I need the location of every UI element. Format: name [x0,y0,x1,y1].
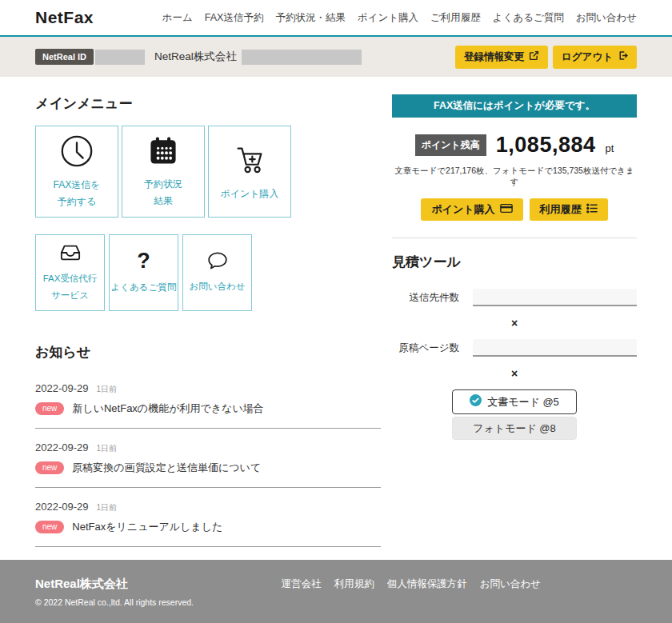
new-badge: new [35,402,64,415]
tile-contact[interactable]: お問い合わせ [182,234,252,311]
nav-contact[interactable]: お問い合わせ [576,11,637,25]
footer-link-contact[interactable]: お問い合わせ [480,577,541,591]
tile-reservation-status[interactable]: 予約状況 結果 [122,126,205,218]
photo-mode-button[interactable]: フォトモード @8 [452,417,577,441]
logout-icon [618,50,628,63]
balance-unit: pt [605,142,614,158]
balance-row: ポイント残高 1,085,884 pt [392,133,637,158]
main-menu-title: メインメニュー [35,94,381,113]
multiply-symbol: × [392,317,637,329]
page: NetFax ホーム FAX送信予約 予約状況・結果 ポイント購入 ご利用履歴 … [0,0,672,623]
main-nav: ホーム FAX送信予約 予約状況・結果 ポイント購入 ご利用履歴 よくあるご質問… [162,11,637,25]
buy-points-button[interactable]: ポイント購入 [421,198,522,221]
recipient-count-label: 送信先件数 [392,291,459,305]
multiply-symbol: × [392,367,637,380]
clock-icon [58,133,95,170]
footer-copyright: © 2022 NetReal co.,ltd. All rights reser… [35,597,194,607]
logout-label: ログアウト [562,50,613,64]
edit-registration-label: 登録情報変更 [464,50,524,64]
chat-bubble-icon [206,250,229,271]
usage-history-label: 利用履歴 [540,202,582,217]
points-banner: FAX送信にはポイントが必要です。 [392,94,637,118]
balance-badge: ポイント残高 [415,134,486,156]
edit-registration-button[interactable]: 登録情報変更 [455,46,548,69]
news-date: 2022-09-29 [35,441,89,453]
new-badge: new [35,521,64,533]
news-item-title: 新しいNetFaxの機能が利用できない場合 [72,401,263,416]
news-item[interactable]: 2022-09-291日前 new 原稿変換の画質設定と送信単価について [35,441,381,475]
estimate-tool-title: 見積ツール [392,253,637,271]
news-item[interactable]: 2022-09-291日前 new NetFaxをリニューアルしました [35,501,381,534]
news-meta: 2022-09-291日前 [35,382,381,395]
edit-icon [529,50,539,63]
news-item[interactable]: 2022-09-291日前 new 新しいNetFaxの機能が利用できない場合 [35,382,381,416]
primary-tiles: FAX送信を 予約する [35,126,381,218]
points-actions: ポイント購入 利用履歴 [392,198,637,221]
check-circle-icon [470,394,482,409]
panel-divider [392,238,637,238]
news-item-title: 原稿変換の画質設定と送信単価について [72,461,261,475]
user-id-redacted [95,50,145,65]
page-count-label: 原稿ページ数 [392,341,459,355]
calendar-icon [146,134,181,169]
left-column: メインメニュー FAX送信を 予約する [35,94,381,560]
nav-usage-history[interactable]: ご利用履歴 [430,11,481,25]
footer-link-terms[interactable]: 利用規約 [334,577,374,591]
page-count-input[interactable] [473,339,637,357]
tile-faq[interactable]: ? よくあるご質問 [109,234,178,311]
right-column: FAX送信にはポイントが必要です。 ポイント残高 1,085,884 pt 文章… [392,94,637,560]
recipient-count-row: 送信先件数 [392,289,637,306]
site-header: NetFax ホーム FAX送信予約 予約状況・結果 ポイント購入 ご利用履歴 … [0,0,672,37]
nav-home[interactable]: ホーム [162,11,193,25]
balance-caption: 文章モードで217,176枚、フォトモードで135,735枚送付できます [392,166,637,188]
recipient-count-input[interactable] [473,289,637,306]
doc-mode-label: 文書モード @5 [487,396,559,409]
account-bar: NetReal ID NetReal株式会社 登録情報変更 ログアウト [0,37,672,77]
news-relative-time: 1日前 [97,503,118,512]
balance-value: 1,085,884 [496,133,596,158]
news-date: 2022-09-29 [35,382,89,394]
nav-point-purchase[interactable]: ポイント購入 [358,11,418,25]
secondary-tiles: FAX受信代行 サービス ? よくあるご質問 お問い合わせ [35,234,381,311]
nav-faq[interactable]: よくあるご質問 [493,11,564,25]
credit-card-icon [500,203,513,216]
news-item-title: NetFaxをリニューアルしました [72,520,222,534]
new-badge: new [35,461,64,474]
user-name-redacted [242,50,362,65]
news-meta: 2022-09-291日前 [35,501,381,513]
footer-company-block: NetReal株式会社 © 2022 NetReal co.,ltd. All … [35,577,194,607]
netreal-id-badge: NetReal ID [35,49,94,65]
news-relative-time: 1日前 [97,444,118,453]
usage-history-button[interactable]: 利用履歴 [530,198,608,221]
tile-fax-send-reserve[interactable]: FAX送信を 予約する [35,126,118,218]
footer-company-name: NetReal株式会社 [35,577,194,592]
news-date: 2022-09-29 [35,501,89,513]
news-list: 2022-09-291日前 new 新しいNetFaxの機能が利用できない場合 … [35,382,381,547]
news-divider [35,546,381,547]
news-divider [35,428,381,429]
list-icon [586,203,598,216]
cart-plus-icon [231,142,268,178]
doc-mode-button[interactable]: 文書モード @5 [452,389,577,414]
nav-fax-send-reserve[interactable]: FAX送信予約 [205,11,264,25]
account-actions: 登録情報変更 ログアウト [455,46,637,69]
tile-point-purchase[interactable]: ポイント購入 [208,126,291,218]
tile-fax-receive-service[interactable]: FAX受信代行 サービス [35,234,105,311]
footer-link-privacy-policy[interactable]: 個人情報保護方針 [387,577,467,591]
news-divider [35,487,381,488]
news-relative-time: 1日前 [97,385,118,393]
site-footer: NetReal株式会社 © 2022 NetReal co.,ltd. All … [0,560,672,623]
footer-link-operating-company[interactable]: 運営会社 [282,577,322,591]
question-icon: ? [137,250,150,272]
news-title: お知らせ [35,343,381,361]
footer-links: 運営会社 利用規約 個人情報保護方針 お問い合わせ [282,577,541,591]
inbox-tray-icon [58,242,82,263]
page-count-row: 原稿ページ数 [392,339,637,357]
photo-mode-label: フォトモード @8 [473,422,556,435]
company-name: NetReal株式会社 [154,50,237,64]
buy-points-label: ポイント購入 [431,202,494,217]
nav-reservation-status[interactable]: 予約状況・結果 [275,11,346,25]
logout-button[interactable]: ログアウト [553,46,637,69]
logo[interactable]: NetFax [35,8,94,27]
news-meta: 2022-09-291日前 [35,441,381,454]
